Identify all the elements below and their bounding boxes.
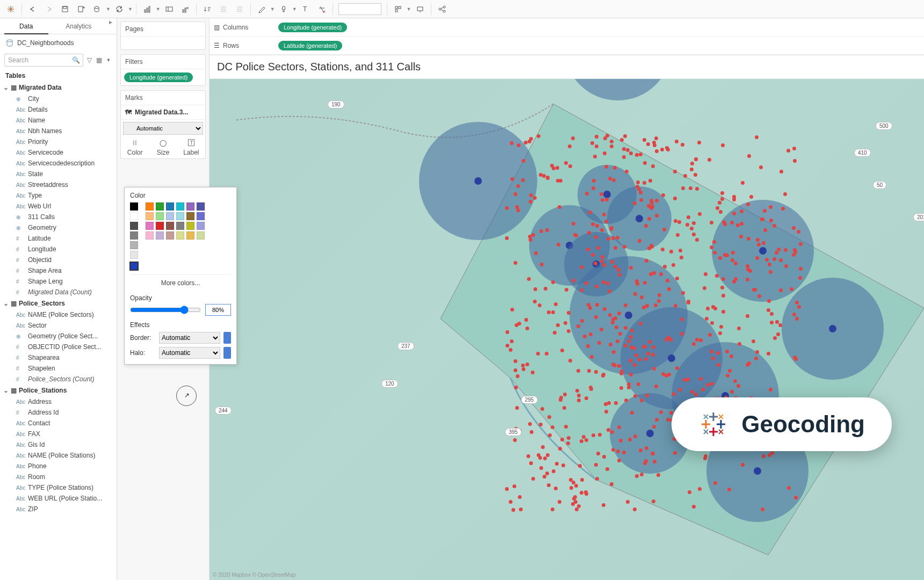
color-swatch[interactable] bbox=[130, 251, 138, 259]
color-swatch[interactable] bbox=[197, 202, 205, 211]
call-dot[interactable] bbox=[773, 336, 777, 340]
field-item[interactable]: AbcDetails bbox=[0, 104, 117, 115]
call-dot[interactable] bbox=[748, 269, 752, 273]
call-dot[interactable] bbox=[765, 258, 769, 262]
map-viz[interactable]: © 2020 Mapbox © OpenStreetMap 1902371202… bbox=[210, 79, 924, 580]
call-dot[interactable] bbox=[505, 206, 509, 210]
call-dot[interactable] bbox=[755, 350, 759, 354]
call-dot[interactable] bbox=[597, 341, 601, 345]
call-dot[interactable] bbox=[584, 492, 588, 496]
color-swatch[interactable] bbox=[146, 231, 154, 240]
call-dot[interactable] bbox=[569, 478, 573, 482]
call-dot[interactable] bbox=[600, 228, 604, 232]
rows-shelf[interactable]: ☰Rows Latitude (generated) bbox=[210, 37, 924, 55]
call-dot[interactable] bbox=[640, 473, 644, 476]
call-dot[interactable] bbox=[721, 277, 725, 281]
field-item[interactable]: AbcPhone bbox=[0, 461, 117, 472]
call-dot[interactable] bbox=[541, 445, 545, 449]
color-swatch[interactable] bbox=[156, 202, 164, 211]
call-dot[interactable] bbox=[757, 243, 761, 247]
table-group[interactable]: ⌄▦Police_Stations bbox=[0, 385, 117, 396]
call-dot[interactable] bbox=[619, 372, 623, 375]
halo-select[interactable]: Automatic bbox=[159, 347, 220, 359]
color-swatch[interactable] bbox=[197, 231, 205, 240]
call-dot[interactable] bbox=[565, 288, 568, 292]
call-dot[interactable] bbox=[710, 350, 713, 353]
field-item[interactable]: ⊕Geometry bbox=[0, 222, 117, 233]
call-dot[interactable] bbox=[610, 260, 614, 264]
view-icon[interactable]: ▦ bbox=[95, 56, 103, 64]
call-dot[interactable] bbox=[521, 178, 525, 182]
call-dot[interactable] bbox=[669, 250, 673, 253]
call-dot[interactable] bbox=[611, 317, 615, 321]
call-dot[interactable] bbox=[675, 366, 679, 370]
call-dot[interactable] bbox=[603, 151, 607, 155]
call-dot[interactable] bbox=[576, 369, 580, 373]
fit-dropdown[interactable] bbox=[338, 3, 381, 15]
color-swatch[interactable] bbox=[130, 202, 138, 211]
call-dot[interactable] bbox=[652, 425, 656, 429]
call-dot[interactable] bbox=[626, 148, 630, 152]
sort-desc-button[interactable] bbox=[216, 2, 231, 16]
call-dot[interactable] bbox=[516, 208, 520, 212]
call-dot[interactable] bbox=[732, 195, 736, 199]
call-dot[interactable] bbox=[663, 265, 667, 269]
call-dot[interactable] bbox=[655, 149, 659, 153]
call-dot[interactable] bbox=[618, 332, 622, 336]
call-dot[interactable] bbox=[648, 179, 652, 183]
call-dot[interactable] bbox=[644, 224, 648, 228]
call-dot[interactable] bbox=[575, 389, 579, 393]
totals-button[interactable] bbox=[232, 2, 247, 16]
call-dot[interactable] bbox=[655, 214, 659, 218]
color-swatch[interactable] bbox=[146, 202, 154, 211]
call-dot[interactable] bbox=[640, 398, 644, 402]
call-dot[interactable] bbox=[747, 361, 751, 365]
call-dot[interactable] bbox=[644, 357, 648, 361]
call-dot[interactable] bbox=[721, 294, 725, 298]
call-dot[interactable] bbox=[522, 367, 525, 371]
field-item[interactable]: AbcNbh Names bbox=[0, 126, 117, 136]
opacity-slider[interactable] bbox=[130, 306, 201, 314]
call-dot[interactable] bbox=[587, 369, 591, 373]
call-dot[interactable] bbox=[625, 170, 629, 173]
call-dot[interactable] bbox=[602, 503, 605, 507]
refresh-button[interactable] bbox=[112, 2, 127, 16]
call-dot[interactable] bbox=[605, 134, 609, 137]
call-dot[interactable] bbox=[559, 398, 562, 402]
call-dot[interactable] bbox=[779, 170, 783, 173]
share-button[interactable] bbox=[435, 2, 450, 16]
call-dot[interactable] bbox=[784, 264, 788, 268]
call-dot[interactable] bbox=[645, 304, 649, 308]
border-select[interactable]: Automatic bbox=[159, 332, 220, 344]
call-dot[interactable] bbox=[762, 241, 766, 245]
filter-pill[interactable]: Longitude (generated) bbox=[124, 73, 193, 82]
call-dot[interactable] bbox=[659, 272, 663, 276]
table-group[interactable]: ⌄▦Migrated Data bbox=[0, 82, 117, 93]
call-dot[interactable] bbox=[558, 447, 562, 451]
field-item[interactable]: AbcFAX bbox=[0, 429, 117, 439]
selected-swatch[interactable] bbox=[130, 262, 138, 270]
call-dot[interactable] bbox=[719, 210, 723, 214]
call-dot[interactable] bbox=[611, 321, 615, 324]
call-dot[interactable] bbox=[627, 382, 631, 386]
call-dot[interactable] bbox=[633, 434, 637, 438]
call-dot[interactable] bbox=[561, 463, 565, 467]
color-swatch[interactable] bbox=[186, 231, 194, 240]
call-dot[interactable] bbox=[586, 344, 590, 348]
call-dot[interactable] bbox=[593, 155, 597, 158]
call-dot[interactable] bbox=[511, 508, 515, 512]
call-dot[interactable] bbox=[736, 223, 740, 227]
field-item[interactable]: ⊕City bbox=[0, 93, 117, 104]
viz-title[interactable]: DC Police Sectors, Stations, and 311 Cal… bbox=[210, 55, 924, 79]
call-dot[interactable] bbox=[734, 262, 738, 265]
call-dot[interactable] bbox=[611, 448, 615, 452]
color-swatch[interactable] bbox=[186, 212, 194, 220]
call-dot[interactable] bbox=[583, 335, 587, 338]
call-dot[interactable] bbox=[577, 394, 581, 397]
call-dot[interactable] bbox=[635, 153, 639, 157]
station-circle[interactable] bbox=[419, 122, 537, 240]
call-dot[interactable] bbox=[721, 310, 725, 314]
color-swatch[interactable] bbox=[176, 212, 184, 220]
presentation-button[interactable] bbox=[413, 2, 428, 16]
rows-pill[interactable]: Latitude (generated) bbox=[278, 41, 342, 50]
